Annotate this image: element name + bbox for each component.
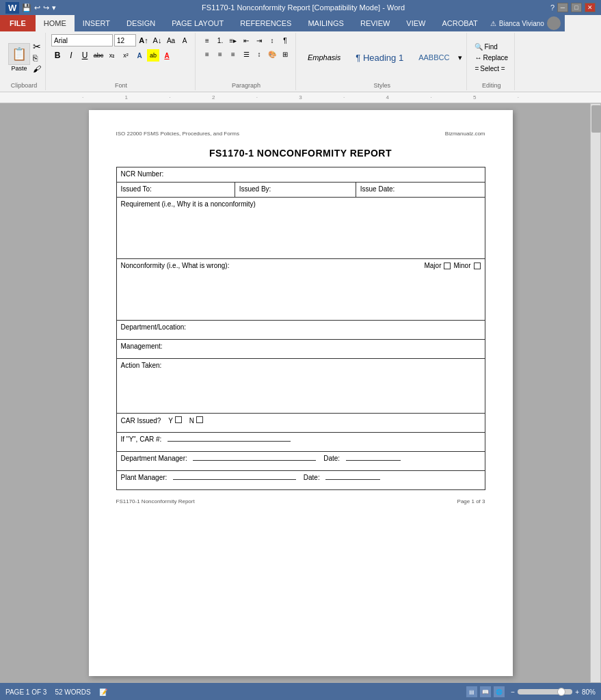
right-margin — [590, 103, 601, 683]
numbering-icon[interactable]: 1. — [214, 34, 226, 46]
issue-date-cell: Issue Date: — [356, 183, 485, 198]
document-area[interactable]: ISO 22000 FSMS Policies, Procedures, and… — [11, 103, 590, 683]
paragraph-content: ≡ 1. ≡▸ ⇤ ⇥ ↕ ¶ ≡ ≡ ≡ ☰ ↕ 🎨 ⊞ — [201, 34, 291, 81]
car-n-label: N — [189, 417, 194, 425]
replace-label: Replace — [483, 54, 508, 62]
styles-label: Styles — [373, 81, 390, 89]
tab-review[interactable]: REVIEW — [352, 15, 398, 31]
font-size-input[interactable] — [114, 34, 136, 46]
maximize-button[interactable]: □ — [571, 3, 582, 12]
style-emphasis[interactable]: Emphasis — [302, 51, 347, 64]
decrease-indent-icon[interactable]: ⇤ — [240, 34, 252, 46]
bold-button[interactable]: B — [51, 49, 64, 62]
paste-button[interactable]: 📋 Paste — [7, 42, 31, 73]
zoom-out-icon[interactable]: − — [511, 688, 515, 696]
styles-box: Emphasis ¶ Heading 1 AABBCC ▾ — [302, 51, 462, 65]
font-bottom-row: B I U abc x₂ x² A ab A — [51, 49, 173, 62]
department-cell: Department/Location: — [116, 321, 485, 340]
tab-mailings[interactable]: MAILINGS — [299, 15, 352, 31]
group-clipboard: 📋 Paste ✂ ⎘ 🖌 Clipboard — [3, 33, 46, 90]
footer-right: Page 1 of 3 — [457, 498, 485, 504]
tab-references[interactable]: REFERENCES — [232, 15, 299, 31]
sort-icon[interactable]: ↕ — [266, 34, 278, 46]
strikethrough-button[interactable]: abc — [92, 49, 105, 62]
subscript-button[interactable]: x₂ — [106, 49, 118, 62]
shading-icon[interactable]: 🎨 — [266, 48, 278, 60]
replace-icon: ↔ — [475, 54, 481, 62]
major-checkbox[interactable] — [444, 262, 451, 269]
group-paragraph: ≡ 1. ≡▸ ⇤ ⇥ ↕ ¶ ≡ ≡ ≡ ☰ ↕ 🎨 ⊞ — [197, 33, 296, 90]
scrollbar-thumb[interactable] — [591, 105, 601, 133]
format-painter-icon[interactable]: 🖌 — [33, 64, 41, 74]
find-label: Find — [484, 43, 497, 51]
zoom-in-icon[interactable]: + — [575, 688, 579, 696]
superscript-button[interactable]: x² — [120, 49, 132, 62]
cut-icon[interactable]: ✂ — [33, 41, 41, 52]
align-right-icon[interactable]: ≡ — [227, 48, 239, 60]
tab-file[interactable]: FILE — [0, 15, 36, 31]
line-spacing-icon[interactable]: ↕ — [253, 48, 265, 60]
read-mode-button[interactable]: 📖 — [479, 686, 492, 698]
tab-view[interactable]: VIEW — [398, 15, 433, 31]
vertical-scrollbar[interactable] — [590, 103, 601, 683]
align-left-icon[interactable]: ≡ — [201, 48, 213, 60]
undo-icon[interactable]: ↩ — [34, 3, 40, 12]
major-label: Major — [424, 262, 441, 269]
clipboard-label: Clipboard — [11, 81, 38, 89]
car-n-checkbox[interactable] — [196, 416, 203, 423]
tab-acrobat[interactable]: ACROBAT — [433, 15, 485, 31]
tab-insert[interactable]: INSERT — [75, 15, 118, 31]
style-heading2[interactable]: AABBCC — [412, 51, 455, 64]
plant-date-label: Date: — [304, 474, 320, 481]
action-taken-cell: Action Taken: — [116, 359, 485, 414]
zoom-slider[interactable] — [518, 689, 572, 695]
text-effects-icon[interactable]: A — [133, 49, 146, 62]
minimize-button[interactable]: ─ — [557, 3, 568, 12]
web-layout-button[interactable]: 🌐 — [493, 686, 505, 698]
grow-font-icon[interactable]: A↑ — [137, 34, 150, 46]
help-icon[interactable]: ? — [550, 3, 555, 12]
select-button[interactable]: = Select = — [472, 64, 510, 73]
justify-icon[interactable]: ☰ — [240, 48, 252, 60]
minor-checkbox[interactable] — [474, 262, 481, 269]
align-center-icon[interactable]: ≡ — [214, 48, 226, 60]
zoom-thumb — [557, 688, 565, 696]
font-color-icon[interactable]: A — [161, 49, 173, 62]
print-layout-button[interactable]: ▤ — [466, 686, 478, 698]
ribbon: FILE HOME INSERT DESIGN PAGE LAYOUT REFE… — [0, 15, 601, 92]
underline-button[interactable]: U — [79, 49, 91, 62]
close-button[interactable]: ✕ — [585, 3, 596, 12]
department-label: Department/Location: — [121, 323, 187, 331]
font-name-input[interactable] — [51, 34, 113, 46]
copy-icon[interactable]: ⎘ — [33, 53, 41, 63]
car-y-checkbox[interactable] — [175, 416, 182, 423]
tab-page-layout[interactable]: PAGE LAYOUT — [163, 15, 232, 31]
page-header: ISO 22000 FSMS Policies, Procedures, and… — [116, 131, 485, 137]
bullets-icon[interactable]: ≡ — [201, 34, 213, 46]
borders-icon[interactable]: ⊞ — [279, 48, 291, 60]
style-heading2-label: AABBCC — [418, 53, 449, 62]
increase-indent-icon[interactable]: ⇥ — [253, 34, 265, 46]
clear-formatting-icon[interactable]: A — [178, 34, 191, 46]
shrink-font-icon[interactable]: A↓ — [151, 34, 163, 46]
tab-design[interactable]: DESIGN — [118, 15, 163, 31]
tab-home[interactable]: HOME — [36, 15, 75, 31]
show-formatting-icon[interactable]: ¶ — [279, 34, 291, 46]
replace-button[interactable]: ↔ Replace — [472, 53, 510, 62]
para-bottom-row: ≡ ≡ ≡ ☰ ↕ 🎨 ⊞ — [201, 48, 291, 60]
style-heading1[interactable]: ¶ Heading 1 — [349, 51, 410, 65]
find-button[interactable]: 🔍 Find — [472, 42, 510, 51]
italic-button[interactable]: I — [65, 49, 77, 62]
styles-more-icon[interactable]: ▾ — [458, 53, 462, 62]
redo-icon[interactable]: ↪ — [43, 3, 49, 12]
find-icon: 🔍 — [475, 43, 483, 51]
header-left: ISO 22000 FSMS Policies, Procedures, and… — [116, 131, 240, 137]
style-emphasis-label: Emphasis — [308, 53, 340, 62]
dept-date-line — [346, 460, 401, 461]
group-editing: 🔍 Find ↔ Replace = Select = Editing — [468, 33, 515, 90]
ruler: · 1 · 2 · 3 · 4 · 5 · — [0, 92, 601, 103]
save-icon[interactable]: 💾 — [22, 3, 31, 12]
change-case-icon[interactable]: Aa — [165, 34, 177, 46]
multilevel-icon[interactable]: ≡▸ — [227, 34, 239, 46]
text-highlight-icon[interactable]: ab — [147, 49, 159, 62]
